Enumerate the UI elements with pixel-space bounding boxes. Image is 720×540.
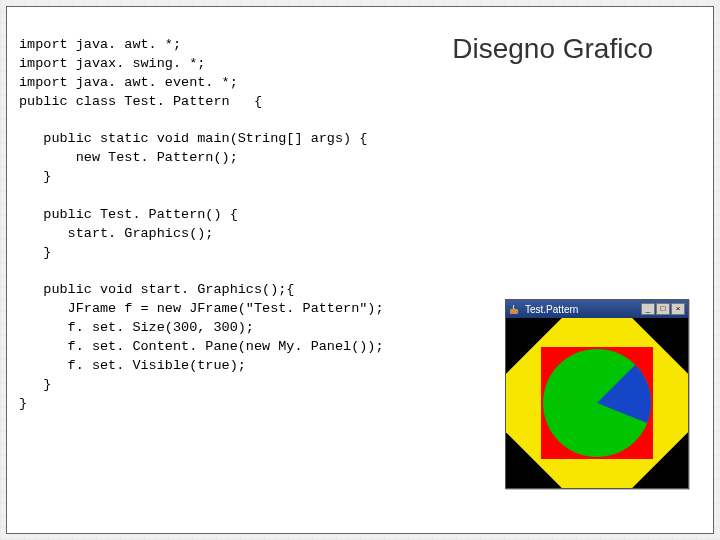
java-cup-icon [509,303,521,315]
window-titlebar[interactable]: Test.Pattern _ □ × [506,300,688,318]
maximize-button[interactable]: □ [656,303,670,315]
minimize-button[interactable]: _ [641,303,655,315]
code-line: f. set. Size(300, 300); [19,320,254,335]
code-line: JFrame f = new JFrame("Test. Pattern"); [19,301,384,316]
code-line: } [19,396,27,411]
slide-frame: Disegno Grafico import java. awt. *; imp… [6,6,714,534]
code-line: start. Graphics(); [19,226,213,241]
code-line: } [19,245,51,260]
code-line: } [19,377,51,392]
code-line: f. set. Visible(true); [19,358,246,373]
code-line: import java. awt. event. *; [19,75,238,90]
drawing-canvas [506,318,688,488]
svg-rect-0 [510,309,518,314]
code-line: f. set. Content. Pane(new My. Panel()); [19,339,384,354]
code-line: public class Test. Pattern { [19,94,262,109]
code-line: public Test. Pattern() { [19,207,238,222]
code-line: new Test. Pattern(); [19,150,238,165]
code-line: import java. awt. *; [19,37,181,52]
window-controls: _ □ × [641,303,685,315]
code-line: import javax. swing. *; [19,56,205,71]
close-button[interactable]: × [671,303,685,315]
code-line: public static void main(String[] args) { [19,131,367,146]
code-line: } [19,169,51,184]
code-line: public void start. Graphics();{ [19,282,294,297]
page-title: Disegno Grafico [452,33,653,65]
java-window: Test.Pattern _ □ × [505,299,689,489]
window-title: Test.Pattern [525,304,641,315]
